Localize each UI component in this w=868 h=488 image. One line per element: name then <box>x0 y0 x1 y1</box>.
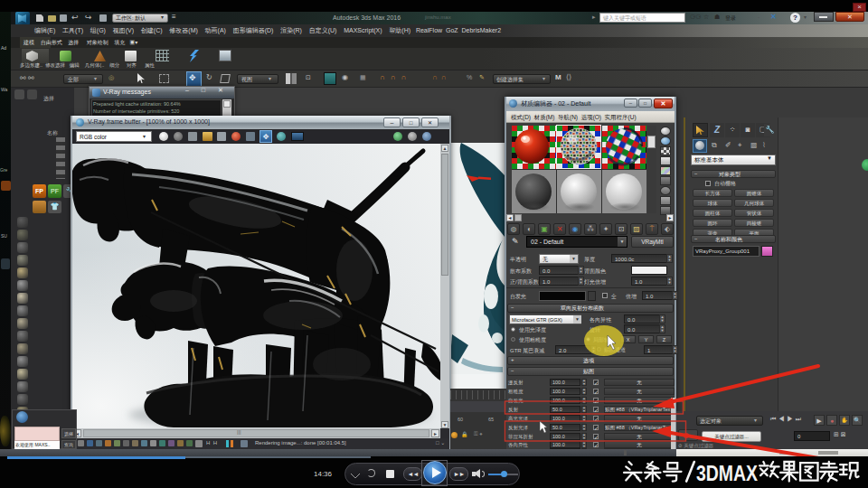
svg-text:3DMAX: 3DMAX <box>696 462 759 485</box>
